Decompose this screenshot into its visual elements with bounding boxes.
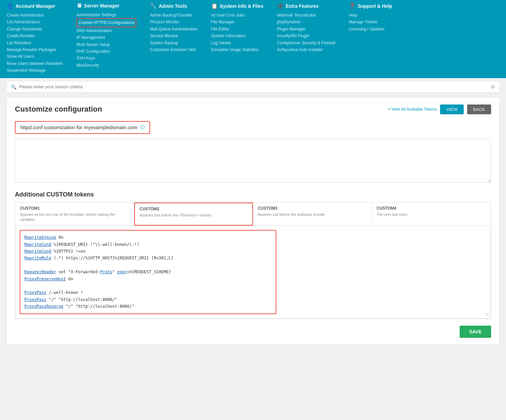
search-icon: 🔍 xyxy=(11,84,17,90)
top-nav: 👤 Account Manager Create Administrator L… xyxy=(0,0,506,78)
nav-link-admin-backup[interactable]: Admin Backup/Transfer xyxy=(150,12,197,19)
code-line-3: RewriteCond %{HTTPS} !=on xyxy=(24,248,272,255)
nav-link-custom-httpd[interactable]: Custom HTTPD Configurations xyxy=(76,18,136,27)
nav-link-admin-settings[interactable]: Administrator Settings xyxy=(76,11,136,18)
nav-link-list-resellers[interactable]: List Resellers xyxy=(7,40,63,46)
page-title: Customize configuration xyxy=(15,105,102,114)
requestheader-link[interactable]: RequestHeader xyxy=(24,270,56,274)
nav-link-manage-reseller-packages[interactable]: Manage Reseller Packages xyxy=(7,46,63,53)
nav-link-ip-management[interactable]: IP Management xyxy=(76,34,136,41)
proto-link[interactable]: Proto xyxy=(100,270,112,274)
section-title: Additional CUSTOM tokens xyxy=(15,191,491,198)
rewritecond-link-1[interactable]: RewriteCond xyxy=(24,242,51,247)
nav-link-show-all-users[interactable]: Show All Users xyxy=(7,53,63,60)
info-icon[interactable]: ⓘ xyxy=(140,124,145,131)
code-line-5 xyxy=(24,262,272,269)
resize-handle: ⤡ xyxy=(485,311,489,317)
nav-link-imunify360[interactable]: Imunify360 Plugin xyxy=(277,32,336,39)
extra-features-icon: ➕ xyxy=(277,3,284,9)
nav-link-dns-admin[interactable]: DNS Administration xyxy=(76,27,136,34)
proxypassreverse-link[interactable]: ProxyPassReverse xyxy=(24,304,64,309)
custom2-col-header: CUSTOM2 Appears just before the <Directo… xyxy=(134,203,253,226)
nav-link-phpmyadmin[interactable]: phpMyAdmin xyxy=(277,19,336,25)
code-content-box[interactable]: RewriteEngine On RewriteCond %{REQUEST_U… xyxy=(20,230,276,314)
proxypass-link-1[interactable]: ProxyPass xyxy=(24,290,46,295)
nav-link-ssh-keys[interactable]: SSH Keys xyxy=(76,55,136,62)
nav-header-admin-tools: 🔧 Admin Tools xyxy=(150,3,197,9)
nav-link-create-admin[interactable]: Create Administrator xyxy=(7,12,63,19)
nav-link-customize-skin[interactable]: Customize Evolution Skin xyxy=(150,46,197,53)
custom1-col-header: CUSTOM1 Appears at the very top of the t… xyxy=(15,203,134,226)
nav-link-process-monitor[interactable]: Process Monitor xyxy=(150,19,197,25)
nav-section-account-manager: 👤 Account Manager Create Administrator L… xyxy=(7,3,63,74)
gear-icon[interactable]: ⚙ xyxy=(491,84,495,90)
page-title-row: Customize configuration + View All Avail… xyxy=(15,104,491,114)
system-info-icon: 📋 xyxy=(211,3,218,9)
expr-link[interactable]: expr xyxy=(117,270,127,274)
nav-link-usage-stats[interactable]: Complete Usage Statistics xyxy=(211,46,263,53)
save-button[interactable]: SAVE xyxy=(460,326,491,338)
nav-link-modsecurity[interactable]: ModSecurity xyxy=(76,62,136,69)
nav-link-system-backup[interactable]: System Backup xyxy=(150,40,197,46)
save-row: SAVE xyxy=(15,326,491,338)
domain-label-box: httpd.conf customization for myexampledo… xyxy=(15,121,150,134)
view-all-tokens-link[interactable]: + View All Available Tokens xyxy=(388,107,437,112)
main-wrapper: 🔍 ⚙ Customize configuration + View All A… xyxy=(0,78,506,351)
proxypreservehost-link[interactable]: ProxyPreserveHost xyxy=(24,277,66,281)
nav-link-log-viewer[interactable]: Log Viewer xyxy=(211,40,263,46)
nav-link-change-passwords[interactable]: Change Passwords xyxy=(7,26,63,32)
custom3-desc: Appears just before the webapps include. xyxy=(258,212,367,217)
nav-link-multi-server[interactable]: Multi Server Setup xyxy=(76,41,136,48)
code-line-6: RequestHeader set "X-Forwarded-Proto" ex… xyxy=(24,269,272,275)
view-button[interactable]: VIEW xyxy=(440,104,463,114)
nav-link-licensing-updates[interactable]: Licensing / Updates xyxy=(349,26,396,32)
code-line-1: RewriteEngine On xyxy=(24,234,272,241)
nav-header-server-manager: 🖥 Server Manager xyxy=(76,3,136,9)
custom4-title: CUSTOM4 xyxy=(377,206,486,211)
rewritecond-link-2[interactable]: RewriteCond xyxy=(24,249,51,254)
nav-link-csf[interactable]: ConfigServer Security & Firewall xyxy=(277,40,336,46)
nav-link-roundcube[interactable]: Webmail: Roundcube xyxy=(277,12,336,19)
nav-link-plugin-manager[interactable]: Plugin Manager xyxy=(277,26,336,32)
custom2-title: CUSTOM2 xyxy=(140,207,248,211)
code-line-2: RewriteCond %{REQUEST_URI} !^\\.well-kno… xyxy=(24,241,272,248)
rewriterule-link[interactable]: RewriteRule xyxy=(24,256,51,260)
nav-link-create-reseller[interactable]: Create Reseller xyxy=(7,32,63,39)
nav-link-cron-jobs[interactable]: All User Cron Jobs xyxy=(211,12,263,19)
nav-link-php-config[interactable]: PHP Configuration xyxy=(76,48,136,55)
nav-link-service-monitor[interactable]: Service Monitor xyxy=(150,32,197,39)
nav-section-extra-features: ➕ Extra Features Webmail: Roundcube phpM… xyxy=(277,3,336,53)
rewriteengine-link[interactable]: RewriteEngine xyxy=(24,235,56,240)
nav-link-help[interactable]: Help xyxy=(349,12,396,19)
account-manager-icon: 👤 xyxy=(7,3,14,9)
search-input[interactable] xyxy=(19,84,491,89)
nav-header-account-manager: 👤 Account Manager xyxy=(7,3,63,9)
nav-header-extra-features: ➕ Extra Features xyxy=(277,3,336,9)
code-line-7: ProxyPreserveHost On xyxy=(24,276,272,282)
nav-section-server-manager: 🖥 Server Manager Administrator Settings … xyxy=(76,3,136,69)
nav-title-support-help: Support & Help xyxy=(358,3,392,9)
nav-title-server-manager: Server Manager xyxy=(84,3,119,8)
domain-label-text: httpd.conf customization for myexampledo… xyxy=(20,124,137,130)
code-line-4: RewriteRule (.*) https://%{HTTP_HOST}%{R… xyxy=(24,255,272,261)
nav-link-list-admins[interactable]: List Administrators xyxy=(7,19,63,25)
nav-link-manage-tickets[interactable]: Manage Tickets xyxy=(349,19,396,25)
custom-tokens-table: CUSTOM1 Appears at the very top of the t… xyxy=(15,202,491,319)
proxypass-link-2[interactable]: ProxyPass xyxy=(24,297,46,302)
content-card: Customize configuration + View All Avail… xyxy=(7,98,499,345)
nav-link-system-information[interactable]: System Information xyxy=(211,32,263,39)
custom1-title: CUSTOM1 xyxy=(20,206,129,211)
nav-link-suspension-message[interactable]: Suspension Message xyxy=(7,67,63,74)
nav-link-mail-queue[interactable]: Mail Queue Administration xyxy=(150,26,197,32)
nav-link-move-users[interactable]: Move Users between Resellers xyxy=(7,60,63,67)
custom3-title: CUSTOM3 xyxy=(258,206,367,211)
code-line-10: ProxyPass "/" "http://localhost:8086/" xyxy=(24,296,272,303)
nav-link-file-manager[interactable]: File Manager xyxy=(211,19,263,25)
custom1-desc: Appears at the very top of the template,… xyxy=(20,212,129,223)
nav-link-softaculous[interactable]: Softaculous Auto Installer xyxy=(277,46,336,53)
support-help-icon: ❓ xyxy=(349,3,355,9)
code-line-11: ProxyPassReverse "/" "http://localhost:8… xyxy=(24,303,272,310)
back-button[interactable]: BACK xyxy=(467,104,491,114)
nav-link-file-editor[interactable]: File Editor xyxy=(211,26,263,32)
main-config-textarea[interactable] xyxy=(15,139,491,183)
